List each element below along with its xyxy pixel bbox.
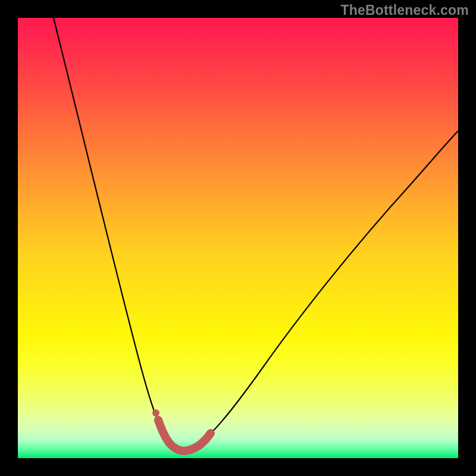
plot-area	[18, 18, 458, 458]
bottleneck-curve	[54, 18, 458, 451]
valley-dot	[152, 409, 159, 416]
chart-frame: TheBottleneck.com	[0, 0, 476, 476]
valley-highlight	[158, 420, 211, 451]
curve-layer	[18, 18, 458, 458]
watermark-text: TheBottleneck.com	[340, 2, 469, 18]
